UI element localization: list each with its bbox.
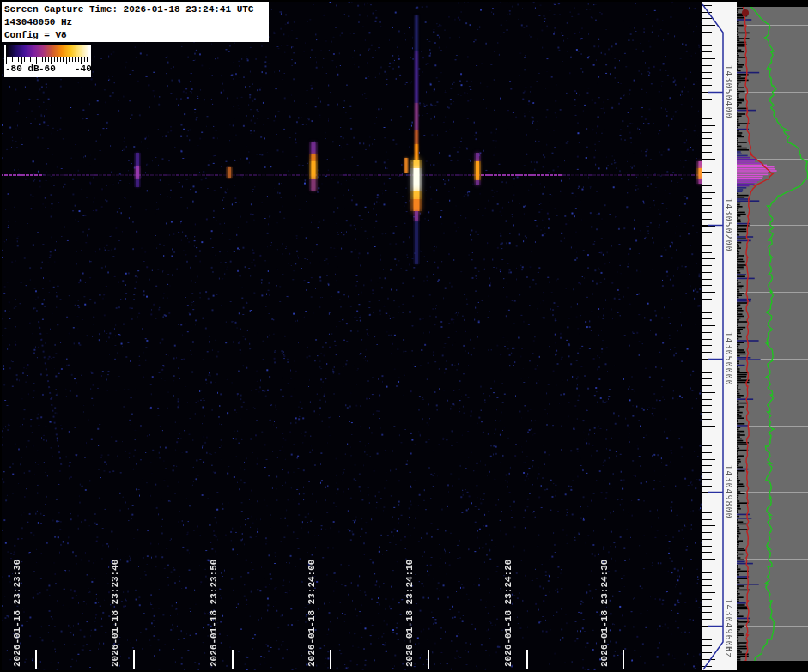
colorbar-label-60: -60	[39, 64, 56, 74]
time-label: 2026-01-18 23:23:30	[12, 560, 22, 667]
time-label: 2026-01-18 23:24:00	[307, 560, 317, 667]
time-label: 2026-01-18 23:24:20	[503, 560, 513, 667]
time-tick	[232, 650, 234, 669]
capture-time-text: Screen Capture Time: 2026-01-18 23:24:41…	[4, 3, 269, 16]
frequency-label: 143049600	[724, 598, 733, 652]
colorbar-label-40: -40	[75, 64, 92, 74]
colorbar: -80 dB -60 -40	[4, 45, 91, 77]
time-tick	[330, 650, 331, 669]
time-tick	[428, 650, 429, 669]
spectrogram-waterfall	[0, 0, 702, 672]
frequency-label: 143050400	[724, 64, 733, 118]
spectrum-panel	[737, 0, 808, 672]
time-label: 2026-01-18 23:23:40	[110, 560, 120, 667]
time-tick	[133, 650, 135, 669]
time-tick	[35, 650, 37, 669]
frequency-label: 143050000	[724, 331, 733, 385]
time-label: 2026-01-18 23:24:10	[404, 560, 415, 667]
frequency-label: 143050200	[724, 197, 733, 251]
time-label: 2026-01-18 23:24:30	[599, 560, 610, 667]
info-box: Screen Capture Time: 2026-01-18 23:24:41…	[2, 2, 269, 42]
colorbar-label-80db: -80 dB	[5, 64, 39, 74]
config-text: Config = V8	[4, 29, 269, 42]
frequency-label: 143049800	[724, 464, 733, 518]
time-tick	[623, 650, 624, 669]
frequency-text: 143048050 Hz	[4, 16, 269, 29]
time-tick	[526, 650, 528, 669]
spectrogram-app-screen: 2026-01-18 23:23:302026-01-18 23:23:4020…	[0, 0, 808, 672]
time-label: 2026-01-18 23:23:50	[209, 560, 219, 667]
frequency-axis: 1430504001430502001430500001430498001430…	[702, 0, 737, 672]
colorbar-gradient	[6, 45, 89, 57]
frequency-label: Hz	[724, 646, 733, 658]
